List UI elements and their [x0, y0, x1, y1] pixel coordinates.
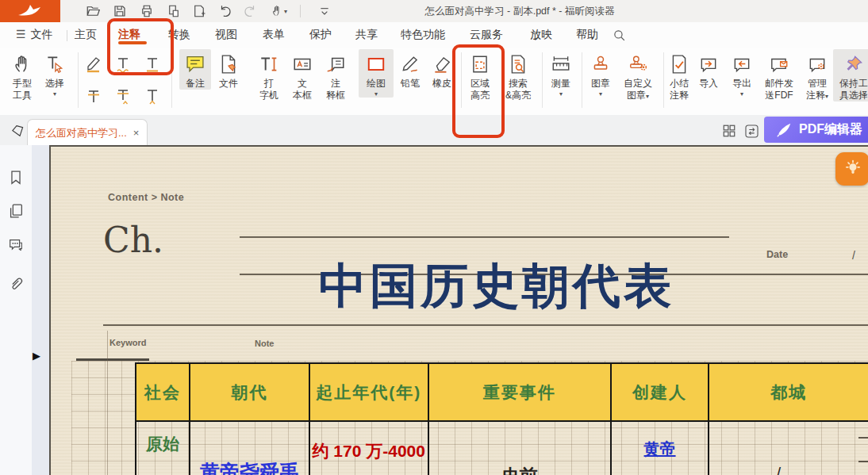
- export-comments-button[interactable]: 导出 ▾: [726, 49, 758, 98]
- tool-label: 送FDF: [765, 90, 793, 102]
- redo-button[interactable]: [241, 2, 259, 20]
- hamburger-icon: ☰: [16, 28, 26, 40]
- email-fdf-button[interactable]: 邮件发 送FDF: [759, 49, 799, 102]
- search-highlight-button[interactable]: 搜索 &高亮: [499, 49, 537, 102]
- replace-text-button[interactable]: [110, 82, 136, 109]
- manage-comments-button[interactable]: 管理 注释▾: [800, 49, 835, 102]
- tips-lightbulb-button[interactable]: [835, 152, 868, 186]
- tool-label: 字机: [259, 90, 278, 102]
- save-button[interactable]: [111, 2, 129, 20]
- annotation-pencil-icon[interactable]: [10, 122, 27, 140]
- typewriter-button[interactable]: 打 字机: [252, 49, 286, 102]
- hand-select-button[interactable]: ▾: [265, 2, 292, 20]
- cell-dynasty: 黄帝尧舜禹: [190, 459, 308, 475]
- tab-convert[interactable]: 转换: [168, 28, 190, 42]
- panel-collapse-strip[interactable]: [32, 145, 49, 475]
- open-file-button[interactable]: [84, 2, 102, 20]
- custom-stamp-button[interactable]: 自定义 图章▾: [617, 49, 659, 102]
- tool-label: 导出: [732, 78, 751, 90]
- area-highlight-button[interactable]: 区域 高亮: [463, 49, 497, 102]
- search-document-icon: [508, 52, 528, 76]
- highlight-text-button[interactable]: [81, 51, 106, 78]
- copy-button[interactable]: [165, 2, 182, 20]
- tool-label: 手型: [13, 78, 32, 90]
- stamp-icon: [590, 52, 611, 76]
- pencil-tool-button[interactable]: 铅笔: [394, 49, 426, 90]
- dropdown-arrow: ▾: [374, 90, 378, 98]
- tab-share[interactable]: 共享: [355, 28, 378, 42]
- note-bubble-icon: [184, 52, 206, 76]
- file-menu[interactable]: ☰文件: [16, 28, 53, 42]
- dropdown-arrow: ▾: [599, 90, 602, 98]
- main-area: ▶ Content > Note Ch. Date / 中国历史朝代表 Keyw…: [0, 145, 868, 475]
- dropdown-arrow: ▾: [53, 90, 56, 98]
- ribbon-separator: [171, 52, 172, 108]
- file-menu-label: 文件: [31, 28, 53, 40]
- hand-tool-button[interactable]: 手型 工具: [5, 49, 40, 102]
- tab-form[interactable]: 表单: [263, 28, 285, 42]
- margin-line: [107, 331, 108, 475]
- tool-label: 自定义: [624, 78, 652, 90]
- select-tool-button[interactable]: 选择 ▾: [38, 49, 71, 98]
- cell-founder-link[interactable]: 黄帝: [612, 439, 709, 460]
- measure-tool-button[interactable]: 测量 ▾: [544, 49, 578, 98]
- import-comments-button[interactable]: 导入: [693, 49, 724, 90]
- stamp-tool-button[interactable]: 图章 ▾: [584, 49, 617, 98]
- switch-view-icon[interactable]: [743, 122, 760, 140]
- summarize-comments-button[interactable]: 小结 注释: [662, 49, 697, 102]
- tab-view[interactable]: 视图: [215, 28, 237, 42]
- foxit-logo[interactable]: [0, 0, 60, 22]
- pages-panel-icon[interactable]: [7, 202, 25, 220]
- tool-label: 注释: [670, 90, 689, 102]
- insert-text-button[interactable]: [140, 82, 165, 109]
- eraser-tool-button[interactable]: 橡皮: [426, 49, 458, 90]
- menu-separator: [67, 30, 67, 41]
- comments-panel-icon[interactable]: [7, 236, 25, 254]
- margin-line: [76, 358, 149, 361]
- dropdown-arrow: ▾: [825, 93, 828, 100]
- page-thumbnails-icon[interactable]: [720, 122, 738, 140]
- menu-bar: ☰文件 主页 注释 转换 视图 表单 保护 共享 特色功能 云服务 放映 帮助: [0, 22, 868, 48]
- tab-home[interactable]: 主页: [75, 28, 97, 42]
- squiggly-underline-button[interactable]: [110, 51, 136, 78]
- tool-label: 注释▾: [806, 90, 828, 102]
- new-page-button[interactable]: [190, 2, 208, 20]
- print-button[interactable]: [138, 2, 156, 20]
- expand-panel-arrow[interactable]: ▶: [33, 350, 40, 362]
- tab-cloud[interactable]: 云服务: [470, 28, 503, 42]
- header-capital: 都城: [708, 362, 868, 422]
- bookmarks-panel-icon[interactable]: [7, 169, 25, 186]
- menu-search-button[interactable]: [613, 29, 626, 42]
- foxit-swallow-icon: [17, 3, 44, 19]
- undo-button[interactable]: [217, 2, 234, 20]
- keep-tool-selected-button[interactable]: 保持工 具选择: [833, 49, 868, 102]
- tool-label: &高亮: [505, 90, 531, 102]
- drawing-tool-button[interactable]: 绘图 ▾: [359, 49, 394, 98]
- attachments-panel-icon[interactable]: [7, 275, 25, 293]
- tab-protect[interactable]: 保护: [309, 28, 332, 42]
- pdf-editor-button[interactable]: PDF编辑器: [764, 117, 868, 143]
- strikeout-text-button[interactable]: [81, 82, 106, 109]
- pdf-page[interactable]: Content > Note Ch. Date / 中国历史朝代表 Keywor…: [49, 145, 868, 475]
- active-tab-underline: [118, 41, 147, 44]
- tab-help[interactable]: 帮助: [576, 28, 598, 42]
- attach-file-button[interactable]: 文件: [213, 49, 244, 90]
- lightbulb-icon: [843, 159, 863, 179]
- pdf-editor-label: PDF编辑器: [799, 121, 862, 138]
- tab-features[interactable]: 特色功能: [401, 28, 445, 42]
- tool-label: 绘图: [367, 78, 386, 90]
- tab-comment[interactable]: 注释: [118, 28, 140, 42]
- tab-slideshow[interactable]: 放映: [530, 28, 552, 42]
- document-tab[interactable]: 怎么面对高中学习... ×: [27, 119, 148, 146]
- note-label: Note: [255, 339, 274, 348]
- manage-bubble-icon: [807, 52, 828, 76]
- customize-toolbar-button[interactable]: [316, 2, 333, 20]
- table-row: 原始 黄帝尧舜禹 约 170 万-4000 史前 黄帝 /: [135, 422, 868, 475]
- underline-text-button[interactable]: [140, 51, 165, 78]
- header-dynasty: 朝代: [189, 362, 308, 422]
- summary-page-icon: [669, 52, 689, 76]
- note-tool-button[interactable]: 备注: [179, 49, 211, 90]
- textbox-button[interactable]: 文 本框: [286, 49, 319, 102]
- close-tab-icon[interactable]: ×: [133, 127, 140, 139]
- callout-button[interactable]: 注 释框: [319, 49, 352, 102]
